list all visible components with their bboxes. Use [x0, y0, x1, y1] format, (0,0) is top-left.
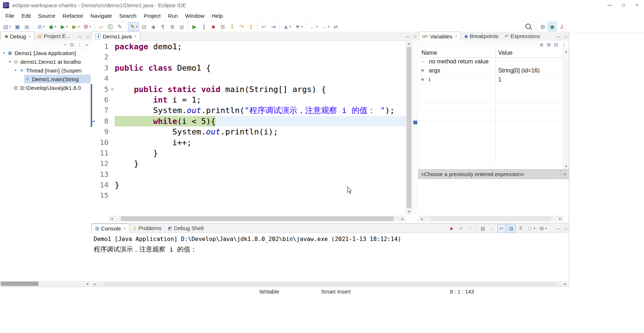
- variable-row-args[interactable]: ◉argsString[0] (id=16): [418, 66, 563, 75]
- tree-expanded-arrow-icon[interactable]: ▾: [1, 51, 7, 55]
- back-dropdown-icon[interactable]: ▾: [316, 25, 317, 28]
- scrollbar-thumb[interactable]: [121, 216, 394, 221]
- drop-to-frame-button[interactable]: ↩: [259, 22, 268, 31]
- scrollbar-thumb[interactable]: [103, 282, 556, 286]
- menu-refactor[interactable]: Refactor: [59, 11, 87, 20]
- coverage-dropdown-icon[interactable]: ▾: [78, 25, 79, 28]
- resume-button[interactable]: ▶: [190, 22, 199, 31]
- display-selected-console-dropdown-icon[interactable]: ▾: [534, 227, 535, 230]
- code-line-13[interactable]: 13: [91, 169, 406, 180]
- code-line-9[interactable]: 9 System.out.println(i);: [91, 126, 406, 137]
- annotation-ruler[interactable]: [91, 52, 95, 62]
- minimize-window-button[interactable]: —: [603, 0, 616, 10]
- scrollbar-thumb[interactable]: [407, 47, 411, 208]
- word-wrap-button[interactable]: ↵: [497, 224, 506, 233]
- scroll-right-icon[interactable]: ▸: [557, 216, 563, 222]
- line-number[interactable]: 2: [95, 52, 110, 62]
- line-number[interactable]: 3: [95, 63, 110, 73]
- step-over-button[interactable]: ↷: [237, 22, 246, 31]
- annotation-ruler[interactable]: [91, 180, 95, 190]
- code-line-1[interactable]: 1package demo1;: [91, 41, 406, 52]
- scrollbar-track[interactable]: [0, 281, 85, 287]
- code-line-7[interactable]: 7 System.out.println("程序调试演示，注意观察 i 的值： …: [91, 105, 406, 116]
- new-java-class-button[interactable]: Ⓒ: [106, 22, 115, 31]
- line-number[interactable]: 1: [95, 41, 110, 52]
- line-number[interactable]: 5: [95, 84, 110, 95]
- expression-combo[interactable]: <Choose a previously entered expression>…: [418, 169, 569, 179]
- link-with-editor-button[interactable]: ⇌: [331, 22, 340, 31]
- disconnect-button[interactable]: ⊠: [218, 22, 227, 31]
- open-javadoc-button[interactable]: ◈: [149, 22, 158, 31]
- code-line-2[interactable]: 2: [91, 52, 406, 62]
- scrollbar-track[interactable]: [406, 46, 412, 209]
- line-number[interactable]: 10: [95, 137, 110, 148]
- annotation-ruler[interactable]: [91, 190, 95, 201]
- previous-annotation-button[interactable]: ▲▾: [282, 22, 292, 31]
- editor-horizontal-scrollbar[interactable]: ◂ ▸: [109, 216, 406, 222]
- console-tab-debug-shell[interactable]: ◩Debug Shell: [165, 224, 207, 233]
- minimize-view-button[interactable]: —: [405, 34, 409, 38]
- menu-navigate[interactable]: Navigate: [87, 11, 115, 20]
- menu-search[interactable]: Search: [115, 11, 140, 20]
- line-number[interactable]: 7: [95, 105, 110, 116]
- search-button[interactable]: [523, 22, 534, 31]
- back-button[interactable]: ←▾: [308, 22, 319, 31]
- debug-tab-project-e-[interactable]: ▤Project E...: [34, 32, 74, 41]
- debug-tree-item-1[interactable]: ▾◎demo1.Demo1 at localho: [0, 57, 91, 66]
- annotation-ruler[interactable]: [91, 158, 95, 169]
- code-line-15[interactable]: 15: [91, 190, 406, 201]
- debug-perspective-button[interactable]: ◉: [548, 22, 557, 31]
- step-return-button[interactable]: ↥: [247, 22, 255, 31]
- close-tab-icon[interactable]: ×: [455, 34, 457, 38]
- editor-tab-demo1-java[interactable]: JDemo1.java×: [91, 32, 140, 41]
- run-button[interactable]: ▶▾: [58, 22, 69, 31]
- open-search-button[interactable]: ◎: [177, 22, 186, 31]
- remove-launch-button[interactable]: ×: [456, 224, 465, 233]
- suspend-button[interactable]: ∥: [200, 22, 208, 31]
- debug-tree-item-4[interactable]: ▥D:\Develop\Java\jdk1.8.0: [0, 83, 91, 92]
- scroll-lock-button[interactable]: ↓: [488, 224, 497, 233]
- menu-help[interactable]: Help: [208, 11, 227, 20]
- debug-view-menu-button[interactable]: ⋮: [77, 42, 82, 47]
- vars-tab-breakpoints[interactable]: ◉Breakpoints: [461, 32, 502, 41]
- show-logical-structures-button[interactable]: ⊞: [547, 42, 551, 47]
- maximize-view-button[interactable]: □: [414, 34, 416, 38]
- save-all-button[interactable]: ▣: [22, 22, 31, 31]
- skip-all-breakpoints-dropdown-icon[interactable]: ▾: [43, 25, 45, 28]
- tree-expanded-arrow-icon[interactable]: ▾: [13, 68, 18, 72]
- debug-tree-item-3[interactable]: ≡Demo1.main(String: [0, 75, 91, 83]
- forward-button[interactable]: →▾: [320, 22, 331, 31]
- debug-horizontal-scrollbar[interactable]: ▸: [0, 281, 91, 287]
- menu-file[interactable]: File: [2, 11, 18, 20]
- collapse-all-debug-button[interactable]: ⊟: [70, 42, 74, 47]
- open-perspective-button[interactable]: ⊞: [538, 22, 547, 31]
- scroll-right-icon[interactable]: ▸: [562, 281, 568, 287]
- code-line-4[interactable]: 4: [91, 73, 406, 84]
- line-number[interactable]: 11: [95, 148, 110, 158]
- coverage-button[interactable]: ▶▾: [70, 22, 81, 31]
- debug-button[interactable]: ◉▾: [47, 22, 58, 31]
- remove-terminated-button[interactable]: ×: [64, 42, 67, 47]
- next-annotation-button[interactable]: ▼▾: [293, 22, 304, 31]
- annotation-ruler[interactable]: [91, 63, 95, 73]
- overview-ruler[interactable]: [412, 41, 418, 215]
- clear-console-button[interactable]: ▤: [479, 224, 487, 233]
- next-annotation-dropdown-icon[interactable]: ▾: [301, 25, 303, 28]
- console-tab-console[interactable]: ▥Console×: [91, 224, 130, 233]
- scroll-down-icon[interactable]: ▾: [406, 209, 412, 215]
- step-into-button[interactable]: ↧: [228, 22, 237, 31]
- code-line-5[interactable]: 5⊖ public static void main(String[] args…: [91, 84, 406, 95]
- debug-tree-item-0[interactable]: ▾▣Demo1 [Java Application]: [0, 49, 91, 57]
- external-tools-dropdown-icon[interactable]: ▾: [90, 25, 91, 28]
- external-tools-button[interactable]: ⚙▾: [82, 22, 93, 31]
- tree-expanded-arrow-icon[interactable]: ▾: [7, 60, 12, 63]
- vars-tab-variables[interactable]: (x)=Variables×: [419, 32, 461, 41]
- annotation-ruler[interactable]: [91, 169, 95, 180]
- display-selected-console-button[interactable]: □▾: [526, 224, 537, 233]
- debug-tab-debug[interactable]: ◉Debug×: [1, 32, 34, 41]
- scroll-up-icon[interactable]: ▴: [406, 41, 412, 46]
- expression-dropdown-icon[interactable]: ▾: [561, 170, 569, 179]
- minimize-view-button[interactable]: —: [556, 226, 560, 230]
- new-wizard-button[interactable]: ▤▾: [1, 22, 12, 31]
- close-window-button[interactable]: ×: [630, 0, 644, 10]
